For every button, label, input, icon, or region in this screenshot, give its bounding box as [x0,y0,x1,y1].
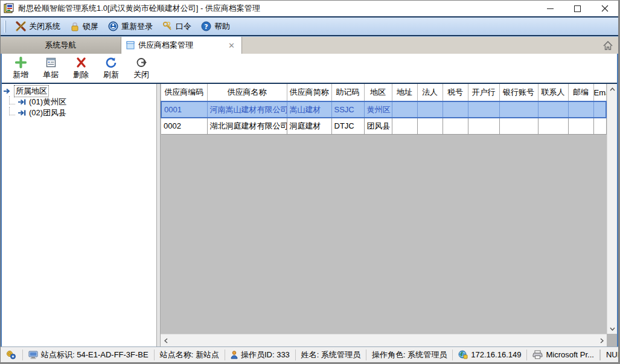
password-button[interactable]: 口令 [158,20,196,33]
home-button[interactable] [601,39,615,53]
cell-contact[interactable] [538,101,568,118]
minimize-button[interactable] [537,1,564,16]
cell-legal[interactable] [417,118,443,134]
tree-node-label: (01)黄州区 [29,97,66,107]
cell-address[interactable] [392,118,417,134]
tree-root-item[interactable]: 所属地区 [3,86,155,97]
scroll-down-button[interactable] [607,324,618,334]
cell-bankaccount[interactable] [499,118,538,134]
ip-text: 172.16.16.149 [471,350,521,359]
lock-icon [70,22,80,31]
help-button[interactable]: ? 帮助 [196,20,235,33]
cell-supplier-code[interactable]: 0002 [161,118,207,134]
lock-screen-label: 锁屏 [83,21,98,32]
cell-zip[interactable] [568,118,593,134]
column-header[interactable]: Email [593,84,606,101]
add-button[interactable]: 新增 [7,54,34,82]
table-empty-area [161,135,607,334]
cell-supplier-name[interactable]: 河南嵩山建材有限公司 [207,101,287,118]
supplier-table: 供应商编码 供应商名称 供应商简称 助记码 地区 地址 法人 税号 开户行 [161,84,607,135]
cell-zip[interactable] [568,101,593,118]
close-panel-icon [136,57,147,68]
password-label: 口令 [176,21,191,32]
chevron-up-icon [610,88,615,91]
document-icon [45,57,57,68]
cell-bankaccount[interactable] [499,101,538,118]
computer-icon [28,351,38,359]
action-toolbar: 新增 单据 删除 [2,54,617,84]
tree-root-label: 所属地区 [14,85,49,97]
close-panel-button[interactable]: 关闭 [127,54,155,82]
column-header[interactable]: 供应商简称 [287,84,331,101]
tab-close-icon[interactable]: ✕ [226,41,237,50]
tab-supplier-archive[interactable]: 供应商档案管理 ✕ [121,37,242,54]
refresh-icon [106,57,117,68]
close-system-label: 关闭系统 [29,21,60,32]
lock-screen-button[interactable]: 锁屏 [65,20,103,33]
table-row[interactable]: 0002 湖北洞庭建材有限公司 洞庭建材 DTJC 团风县 [161,118,606,134]
cell-taxno[interactable] [443,101,468,118]
operator-id-text: 操作员ID: 333 [241,350,290,360]
close-system-button[interactable]: 关闭系统 [11,20,65,33]
cell-region[interactable]: 黄州区 [364,101,392,118]
cell-supplier-short[interactable]: 洞庭建材 [287,118,331,134]
tree-item-huangzhou[interactable]: (01)黄州区 [3,97,155,107]
close-button[interactable] [591,1,618,16]
relogin-button[interactable]: 重新登录 [103,20,158,33]
scroll-left-button[interactable] [161,336,171,346]
column-header[interactable]: 联系人 [538,84,568,101]
scrollbar-corner [607,334,617,346]
main-toolbar: 关闭系统 锁屏 重新登录 口令 [1,18,618,35]
document-tab-icon [126,41,135,49]
user-icon [231,351,238,359]
delete-icon [75,57,87,68]
delete-button[interactable]: 删除 [67,54,95,82]
cell-mnemonic[interactable]: DTJC [331,118,364,134]
cell-contact[interactable] [538,118,568,134]
column-header[interactable]: 邮编 [568,84,593,101]
window-title: 耐思砼顺智能管理系统1.0[武汉黄岗市砼顺建材公司] - 供应商档案管理 [18,3,537,14]
cell-supplier-name[interactable]: 湖北洞庭建材有限公司 [207,118,287,134]
column-header[interactable]: 供应商编码 [161,84,207,101]
vertical-scrollbar[interactable] [607,84,617,334]
document-button[interactable]: 单据 [37,54,65,82]
tab-label: 供应商档案管理 [138,40,193,51]
tree-node-label: (02)团风县 [29,107,66,118]
region-tree-panel: 所属地区 (01)黄州区 (02)团风县 [2,84,156,346]
cell-address[interactable] [392,101,417,118]
cell-legal[interactable] [417,101,443,118]
table-row-selected[interactable]: 0001 河南嵩山建材有限公司 嵩山建材 SSJC 黄州区 [161,101,606,118]
panel-splitter[interactable] [156,84,161,346]
column-header[interactable]: 税号 [443,84,468,101]
scroll-right-button[interactable] [596,336,607,346]
maximize-button[interactable] [564,1,591,16]
cell-mnemonic[interactable]: SSJC [331,101,364,118]
cell-supplier-code[interactable]: 0001 [161,101,207,118]
cell-bankbranch[interactable] [468,118,499,134]
printer-icon [532,350,543,359]
column-header[interactable]: 地址 [392,84,417,101]
status-bar: 站点标识: 54-E1-AD-FF-3F-BE 站点名称: 新站点 操作员ID:… [1,346,618,362]
column-header[interactable]: 供应商名称 [207,84,287,101]
cell-taxno[interactable] [443,118,468,134]
tab-system-navigation[interactable]: 系统导航 [1,37,121,54]
cell-email[interactable] [593,118,606,134]
tree-item-tuanfeng[interactable]: (02)团风县 [3,107,155,118]
cell-bankbranch[interactable] [468,101,499,118]
tab-label: 系统导航 [45,40,77,51]
globe-icon [458,350,468,359]
tree-arrow-bar-icon [18,109,27,117]
cell-supplier-short[interactable]: 嵩山建材 [287,101,331,118]
column-header[interactable]: 开户行 [468,84,499,101]
cell-email[interactable] [593,101,606,118]
chevron-left-icon [164,338,168,343]
scroll-up-button[interactable] [607,84,618,94]
column-header[interactable]: 地区 [364,84,392,101]
refresh-button[interactable]: 刷新 [97,54,125,82]
column-header[interactable]: 银行账号 [499,84,538,101]
column-header[interactable]: 助记码 [331,84,364,101]
column-header[interactable]: 法人 [417,84,443,101]
status-numlock: NUM [601,350,619,360]
horizontal-scrollbar[interactable] [161,334,607,346]
cell-region[interactable]: 团风县 [364,118,392,134]
